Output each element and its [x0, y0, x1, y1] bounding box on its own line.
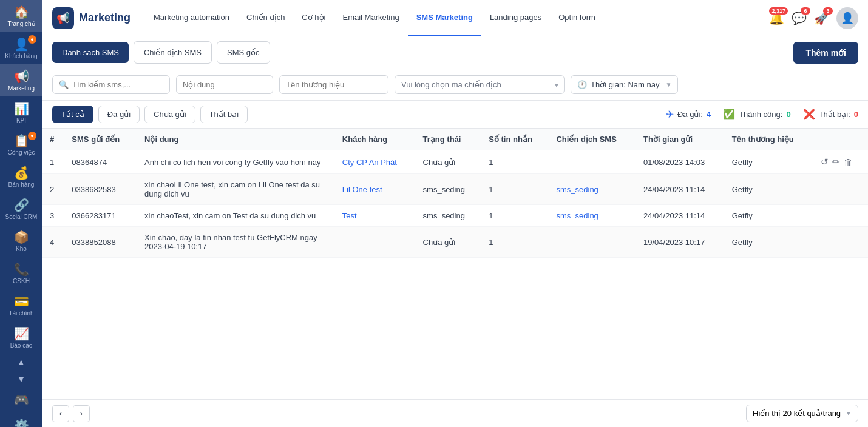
cell-trang-thai: Chưa gửi — [416, 150, 482, 174]
report-icon: 📈 — [14, 326, 29, 341]
cell-actions — [813, 174, 868, 205]
sidebar-item-kho[interactable]: 📦 Kho — [0, 225, 42, 257]
sidebar-item-marketing[interactable]: 📢 Marketing — [0, 64, 42, 96]
rocket-btn[interactable]: 🚀 3 — [814, 11, 829, 25]
noi-dung-input[interactable] — [176, 75, 273, 94]
user-avatar[interactable]: 👤 — [836, 7, 858, 29]
cell-chien-dich-sms: sms_seding — [549, 205, 636, 227]
sidebar-item-label: Social CRM — [5, 214, 38, 220]
nav-right: 🔔 2,317 💬 6 🚀 3 👤 — [769, 7, 858, 29]
thanh-cong-stat: ✅ Thành công: 0 — [723, 109, 791, 120]
chat-badge: 6 — [801, 7, 810, 15]
sidebar-item-ban-hang[interactable]: 💰 Bán hàng — [0, 161, 42, 193]
chien-dich-sms-btn[interactable]: Chiến dịch SMS — [134, 41, 212, 64]
edit-btn[interactable]: ✏ — [832, 156, 840, 167]
cell-actions — [813, 227, 868, 258]
campaign-link[interactable]: sms_seding — [556, 185, 598, 194]
sidebar-item-trang-chu[interactable]: 🏠 Trang chủ — [0, 0, 42, 32]
cell-so-tin-nhan: 1 — [481, 174, 549, 205]
cell-khach-hang: Test — [335, 205, 416, 227]
sidebar-item-label: Trang chủ — [7, 21, 35, 27]
cell-actions: ↺ ✏ 🗑 — [813, 150, 868, 174]
sidebar-item-cskh[interactable]: 📞 CSKH — [0, 257, 42, 289]
notification-bell-btn[interactable]: 🔔 2,317 — [769, 11, 784, 25]
rocket-badge: 3 — [823, 7, 833, 15]
sidebar-item-settings[interactable]: ⚙️ — [0, 413, 42, 427]
table-row: 4 0338852088 Xin chao, day la tin nhan t… — [42, 227, 868, 258]
table-row: 2 0338682583 xin chaoLil One test, xin c… — [42, 174, 868, 205]
col-chien-dich-sms: Chiến dịch SMS — [549, 129, 636, 150]
nav-chien-dich[interactable]: Chiến dịch — [238, 0, 293, 36]
search-wrapper[interactable]: 🔍 — [52, 75, 170, 94]
cell-trang-thai: sms_seding — [416, 205, 482, 227]
time-filter[interactable]: 🕐 Thời gian: Năm nay ▼ — [571, 75, 678, 94]
chien-dich-select[interactable]: Vui lòng chọn mã chiến dịch — [395, 75, 565, 94]
campaign-link[interactable]: sms_seding — [556, 211, 598, 220]
cell-khach-hang: Cty CP An Phát — [335, 150, 416, 174]
prev-page-btn[interactable]: ‹ — [52, 405, 69, 422]
sidebar-item-tai-chinh[interactable]: 💳 Tài chính — [0, 289, 42, 321]
sidebar-item-khach-hang[interactable]: 👤 Khách hàng ● — [0, 32, 42, 64]
support-icon: 📞 — [14, 262, 29, 277]
chat-btn[interactable]: 💬 6 — [792, 11, 807, 25]
sidebar-item-label: Tài chính — [8, 310, 33, 317]
danh-sach-sms-btn[interactable]: Danh sách SMS — [52, 42, 129, 63]
cell-trang-thai: Chưa gửi — [416, 227, 482, 258]
cell-so-tin-nhan: 1 — [481, 205, 549, 227]
search-input[interactable] — [72, 80, 163, 89]
customer-link[interactable]: Test — [342, 211, 357, 220]
that-bai-btn[interactable]: Thất bại — [200, 106, 248, 123]
time-filter-chevron: ▼ — [666, 81, 672, 88]
delete-btn[interactable]: 🗑 — [844, 157, 853, 167]
marketing-icon: 📢 — [14, 69, 29, 84]
da-gui-value: 4 — [707, 110, 711, 119]
sidebar-item-game[interactable]: 🎮 — [0, 388, 42, 413]
nav-marketing-automation[interactable]: Marketing automation — [145, 0, 238, 36]
next-page-btn[interactable]: › — [73, 405, 90, 422]
tat-ca-btn[interactable]: Tất cả — [52, 106, 93, 123]
refresh-btn[interactable]: ↺ — [821, 156, 829, 167]
nav-landing-pages[interactable]: Landing pages — [481, 0, 550, 36]
nav-email-marketing[interactable]: Email Marketing — [334, 0, 407, 36]
da-gui-btn[interactable]: Đã gửi — [98, 106, 140, 123]
cell-so-tin-nhan: 1 — [481, 150, 549, 174]
cell-num: 1 — [42, 150, 64, 174]
customer-link[interactable]: Lil One test — [342, 185, 382, 194]
nav-links: Marketing automation Chiến dịch Cơ hội E… — [145, 0, 769, 36]
sms-goc-btn[interactable]: SMS gốc — [217, 41, 270, 64]
game-icon: 🎮 — [14, 392, 29, 407]
nav-sms-marketing[interactable]: SMS Marketing — [408, 0, 481, 36]
col-ten-thuong-hieu: Tên thương hiệu — [725, 129, 814, 150]
cell-noi-dung: Xin chao, day la tin nhan test tu GetFly… — [137, 227, 335, 258]
add-new-btn[interactable]: Thêm mới — [793, 42, 858, 64]
sidebar-item-label: Kho — [16, 246, 27, 252]
nav-co-hoi[interactable]: Cơ hội — [293, 0, 334, 36]
cell-num: 2 — [42, 174, 64, 205]
chua-gui-btn[interactable]: Chưa gửi — [144, 106, 195, 123]
sidebar-item-bao-cao[interactable]: 📈 Báo cáo — [0, 321, 42, 354]
settings-icon: ⚙️ — [14, 418, 29, 427]
status-stats: ✈ Đã gửi: 4 ✅ Thành công: 0 ❌ Thất bại: … — [666, 109, 858, 120]
customer-link[interactable]: Cty CP An Phát — [342, 158, 397, 167]
clock-icon: 🕐 — [577, 80, 587, 89]
sidebar-item-social-crm[interactable]: 🔗 Social CRM — [0, 193, 42, 225]
col-trang-thai: Trạng thái — [416, 129, 482, 150]
thanh-cong-label: Thành công: — [739, 110, 782, 119]
main-content: 📢 Marketing Marketing automation Chiến d… — [42, 0, 868, 427]
col-so-tin-nhan: Số tin nhắn — [481, 129, 549, 150]
sidebar-collapse-down[interactable]: ▼ — [17, 371, 25, 388]
sales-icon: 💰 — [14, 166, 29, 180]
cell-ten-thuong-hieu: Getfly — [725, 227, 814, 258]
home-icon: 🏠 — [14, 5, 29, 19]
chien-dich-select-wrapper: Vui lòng chọn mã chiến dịch — [395, 75, 565, 94]
finance-icon: 💳 — [14, 294, 29, 309]
page-content: Danh sách SMS Chiến dịch SMS SMS gốc Thê… — [42, 36, 868, 427]
fail-icon: ❌ — [803, 109, 815, 120]
sidebar-item-kpi[interactable]: 📊 KPI — [0, 96, 42, 129]
sidebar-collapse-up[interactable]: ▲ — [17, 354, 25, 371]
page-size-chevron: ▼ — [846, 410, 852, 417]
nav-optin-form[interactable]: Optin form — [550, 0, 604, 36]
thuong-hieu-input[interactable] — [279, 75, 388, 94]
sidebar-item-cong-viec[interactable]: 📋 Công việc ● — [0, 129, 42, 161]
page-size-select[interactable]: Hiển thị 20 kết quả/trang ▼ — [746, 405, 858, 422]
